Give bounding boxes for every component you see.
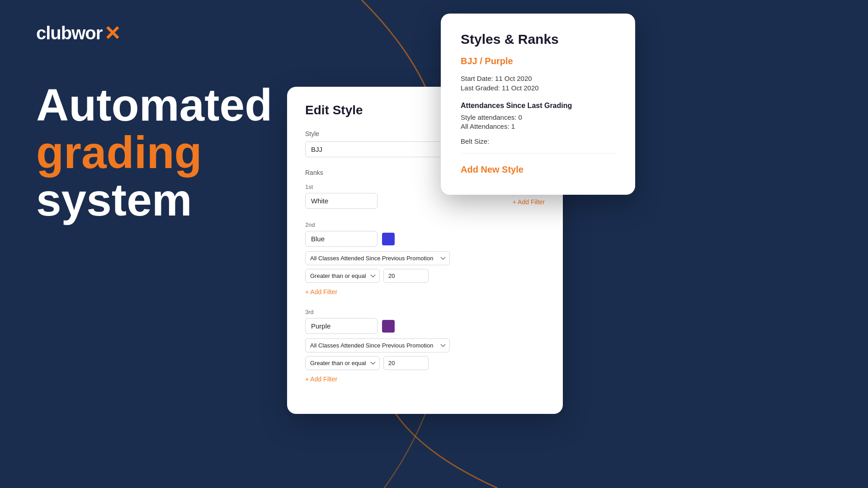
belt-size: Belt Size: xyxy=(461,137,615,145)
filter-row-3rd-operator: Greater than or equal to Less than or eq… xyxy=(305,356,545,370)
style-attendances-value: 0 xyxy=(519,113,522,121)
last-graded-value: 11 Oct 2020 xyxy=(502,84,539,92)
style-attendances-label: Style attendances: xyxy=(461,113,516,121)
filter-criteria-select-2nd[interactable]: All Classes Attended Since Previous Prom… xyxy=(305,251,450,265)
rank-name-input-3rd[interactable] xyxy=(305,318,377,334)
start-date: Start Date: 11 Oct 2020 xyxy=(461,75,615,82)
rank-number-2nd: 2nd xyxy=(305,221,545,228)
hero-text-block: Automated grading system xyxy=(36,81,272,224)
belt-name: BJJ / Purple xyxy=(461,56,615,66)
last-graded-label: Last Graded: xyxy=(461,84,500,92)
filter-row-3rd-criteria: All Classes Attended Since Previous Prom… xyxy=(305,338,545,352)
filter-row-2nd-criteria: All Classes Attended Since Previous Prom… xyxy=(305,251,545,265)
all-attendances-value: 1 xyxy=(511,122,515,130)
rank-row-2nd xyxy=(305,231,545,247)
add-filter-link-1st[interactable]: + Add Filter xyxy=(513,198,545,206)
styles-ranks-card-title: Styles & Ranks xyxy=(461,32,615,47)
rank-number-3rd: 3rd xyxy=(305,309,545,315)
rank-section-2nd: 2nd All Classes Attended Since Previous … xyxy=(305,221,545,296)
style-attendances: Style attendances: 0 xyxy=(461,113,615,121)
color-swatch-2nd[interactable] xyxy=(382,233,395,245)
all-attendances-label: All Attendances: xyxy=(461,122,509,130)
rank-row-3rd xyxy=(305,318,545,334)
add-filter-link-2nd[interactable]: + Add Filter xyxy=(305,288,337,296)
start-date-value: 11 Oct 2020 xyxy=(495,75,532,82)
hero-line3: system xyxy=(36,176,272,224)
filter-value-input-2nd[interactable] xyxy=(383,269,429,283)
belt-size-label: Belt Size: xyxy=(461,137,489,145)
rank-section-3rd: 3rd All Classes Attended Since Previous … xyxy=(305,309,545,383)
logo-icon: ✕ xyxy=(104,22,121,45)
filter-operator-select-3rd[interactable]: Greater than or equal to Less than or eq… xyxy=(305,356,380,370)
attendances-section-title: Attendances Since Last Grading xyxy=(461,102,615,110)
all-attendances: All Attendances: 1 xyxy=(461,122,615,130)
color-swatch-3rd[interactable] xyxy=(382,320,395,333)
logo: clubwor✕ xyxy=(36,22,121,45)
start-date-label: Start Date: xyxy=(461,75,493,82)
rank-name-input-2nd[interactable] xyxy=(305,231,377,247)
last-graded: Last Graded: 11 Oct 2020 xyxy=(461,84,615,92)
hero-line1: Automated xyxy=(36,81,272,129)
card-divider xyxy=(461,153,615,154)
logo-text: clubwor xyxy=(36,23,102,43)
filter-row-2nd-operator: Greater than or equal to Less than or eq… xyxy=(305,269,545,283)
rank-name-input-1st[interactable] xyxy=(305,193,377,209)
add-filter-link-3rd[interactable]: + Add Filter xyxy=(305,375,337,383)
add-new-style-link[interactable]: Add New Style xyxy=(461,164,615,175)
filter-criteria-select-3rd[interactable]: All Classes Attended Since Previous Prom… xyxy=(305,338,450,352)
hero-line2: grading xyxy=(36,129,272,176)
rank-row-1st: + Add Filter xyxy=(305,193,545,209)
styles-ranks-card: Styles & Ranks BJJ / Purple Start Date: … xyxy=(441,14,635,195)
filter-operator-select-2nd[interactable]: Greater than or equal to Less than or eq… xyxy=(305,269,380,283)
filter-value-input-3rd[interactable] xyxy=(383,356,429,370)
